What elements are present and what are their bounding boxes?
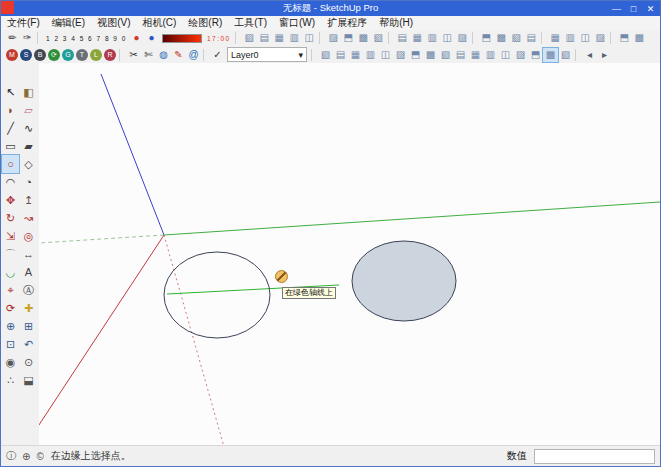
maximize-button[interactable]: □ <box>625 4 642 14</box>
arc-tool[interactable]: ◠ <box>2 173 19 191</box>
cube-tool-icon[interactable]: ▩ <box>356 31 371 45</box>
geolocation-icon[interactable]: ⊕ <box>22 451 30 462</box>
cube-tool-icon[interactable]: ▧ <box>371 31 386 45</box>
green-axis-negative[interactable] <box>39 235 164 243</box>
cube-tool-icon[interactable]: ▧ <box>509 31 524 45</box>
move-tool[interactable]: ✥ <box>2 191 19 209</box>
cube-tool-icon[interactable]: ▨ <box>326 31 341 45</box>
menu-edit[interactable]: 编辑(E) <box>46 16 91 30</box>
teal-plugin-badge[interactable]: G <box>62 49 74 61</box>
zoom-extents-tool[interactable]: ⊡ <box>2 335 19 353</box>
drawing-canvas[interactable]: 在绿色轴线上 <box>39 63 660 446</box>
cube-tool-icon[interactable]: ▩ <box>494 31 509 45</box>
cube-tool-icon[interactable]: ⬒ <box>617 31 632 45</box>
filled-circle-face[interactable] <box>352 241 456 321</box>
menu-view[interactable]: 视图(V) <box>91 16 136 30</box>
menu-window[interactable]: 窗口(W) <box>273 16 321 30</box>
cube-tool-icon[interactable]: ▨ <box>393 48 408 62</box>
offset-tool[interactable]: ◎ <box>20 227 37 245</box>
m-plugin-badge[interactable]: M <box>6 49 18 61</box>
olive-plugin-badge[interactable]: L <box>90 49 102 61</box>
follow-me-tool[interactable]: ↝ <box>20 209 37 227</box>
freehand-tool[interactable]: ∿ <box>20 119 37 137</box>
cube-tool-icon[interactable]: ▦ <box>272 31 287 45</box>
make-component-tool[interactable]: ◧ <box>20 83 37 101</box>
cube-tool-icon[interactable]: ▨ <box>455 31 470 45</box>
sync-plugin-badge[interactable]: ⟳ <box>48 49 60 61</box>
minimize-button[interactable]: — <box>608 4 625 14</box>
cube-tool-icon[interactable]: ◫ <box>440 31 455 45</box>
green-axis[interactable] <box>164 202 660 235</box>
cube-tool-icon[interactable]: ▩ <box>543 48 558 62</box>
gray-plugin-badge[interactable]: T <box>76 49 88 61</box>
cube-tool-icon[interactable]: ▤ <box>453 48 468 62</box>
cube-tool-icon[interactable]: ⬒ <box>341 31 356 45</box>
drawn-circle-edge[interactable] <box>164 252 270 338</box>
cube-tool-icon[interactable]: ⬒ <box>408 48 423 62</box>
polygon-tool[interactable]: ◇ <box>20 155 37 173</box>
help-icon[interactable]: ⓘ <box>6 449 16 463</box>
cube-tool-icon[interactable]: ▥ <box>483 48 498 62</box>
rotated-rectangle-tool[interactable]: ▰ <box>20 137 37 155</box>
layer-visibility-check-icon[interactable]: ✓ <box>210 48 225 62</box>
knife-icon[interactable]: ✄ <box>141 48 156 62</box>
dimension-tool[interactable]: ↔ <box>20 245 37 263</box>
brush-tool-icon[interactable]: ✑ <box>20 31 35 45</box>
scissors-icon[interactable]: ✂ <box>126 48 141 62</box>
cube-tool-icon[interactable]: ⬒ <box>479 31 494 45</box>
cube-tool-icon[interactable]: ▧ <box>558 48 573 62</box>
eraser-tool[interactable]: ▱ <box>20 101 37 119</box>
cube-tool-icon[interactable]: ▥ <box>363 48 378 62</box>
walk-tool[interactable]: ∴ <box>2 371 19 389</box>
position-camera-tool[interactable]: ◉ <box>2 353 19 371</box>
menu-camera[interactable]: 相机(C) <box>136 16 182 30</box>
look-around-tool[interactable]: ⊙ <box>20 353 37 371</box>
cube-tool-icon[interactable]: ▥ <box>563 31 578 45</box>
cube-tool-icon[interactable]: ▩ <box>423 48 438 62</box>
cube-tool-icon[interactable]: ▨ <box>513 48 528 62</box>
rotate-tool[interactable]: ↻ <box>2 209 19 227</box>
cube-tool-icon[interactable]: ◫ <box>578 31 593 45</box>
menu-tools[interactable]: 工具(T) <box>228 16 273 30</box>
paint-bucket-tool[interactable]: ◗ <box>2 101 19 119</box>
at-icon[interactable]: @ <box>186 48 201 62</box>
red-dot-icon[interactable]: ● <box>129 31 144 45</box>
line-tool[interactable]: ╱ <box>2 119 19 137</box>
close-button[interactable]: ✕ <box>642 4 659 14</box>
nav-forward-icon[interactable]: ▸ <box>597 48 612 62</box>
section-plane-tool[interactable]: ⬓ <box>20 371 37 389</box>
cube-tool-icon[interactable]: ▥ <box>287 31 302 45</box>
red-axis-dotted[interactable] <box>164 235 230 446</box>
zoom-tool[interactable]: ⊕ <box>2 317 19 335</box>
protractor-tool[interactable]: ◡ <box>2 263 19 281</box>
cube-tool-icon[interactable]: ◫ <box>498 48 513 62</box>
cube-tool-icon[interactable]: ▦ <box>410 31 425 45</box>
measurement-input[interactable] <box>534 449 655 464</box>
cube-tool-icon[interactable]: ▧ <box>438 48 453 62</box>
cube-tool-icon[interactable]: ▩ <box>632 31 647 45</box>
blue-dot-icon[interactable]: ● <box>144 31 159 45</box>
rectangle-tool[interactable]: ▭ <box>2 137 19 155</box>
pencil-tool-icon[interactable]: ✏ <box>5 31 20 45</box>
dark-plugin-badge[interactable]: B <box>34 49 46 61</box>
push-pull-tool[interactable]: ↥ <box>20 191 37 209</box>
menu-draw[interactable]: 绘图(R) <box>182 16 228 30</box>
nav-back-icon[interactable]: ◂ <box>582 48 597 62</box>
cube-tool-icon[interactable]: ▦ <box>468 48 483 62</box>
3d-text-tool[interactable]: Ⓐ <box>20 281 37 299</box>
cube-tool-icon[interactable]: ▨ <box>593 31 608 45</box>
cube-tool-icon[interactable]: ▤ <box>395 31 410 45</box>
menu-extensions[interactable]: 扩展程序 <box>321 16 373 30</box>
cube-tool-icon[interactable]: ▤ <box>524 31 539 45</box>
scale-tool[interactable]: ⇲ <box>2 227 19 245</box>
cube-tool-icon[interactable]: ▤ <box>333 48 348 62</box>
red-gradient-slider[interactable] <box>162 34 202 43</box>
cube-tool-icon[interactable]: ▤ <box>257 31 272 45</box>
select-tool[interactable]: ↖ <box>2 83 19 101</box>
red-plugin-badge[interactable]: R <box>104 49 116 61</box>
tape-measure-tool[interactable]: ⌒ <box>2 245 19 263</box>
blue-axis[interactable] <box>101 74 164 235</box>
credits-icon[interactable]: © <box>36 451 43 462</box>
red-axis[interactable] <box>39 235 164 434</box>
layer-dropdown[interactable]: Layer0▾ <box>227 47 307 62</box>
